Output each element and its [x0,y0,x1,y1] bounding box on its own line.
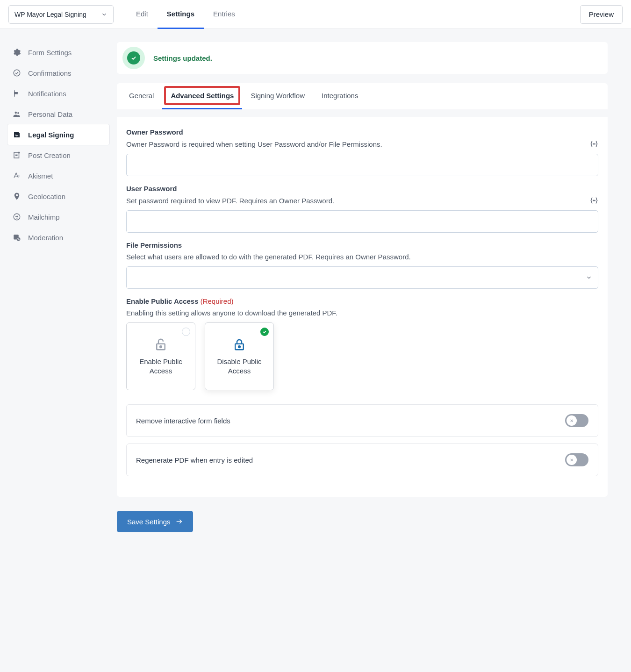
merge-tag-icon[interactable] [590,140,598,148]
svg-point-17 [595,200,595,201]
sidebar-item-akismet[interactable]: Akismet [7,165,109,186]
sidebar-item-label: Form Settings [28,49,72,57]
form-selector[interactable]: WP Mayor Legal Signing [8,5,114,24]
toggle-label: Regenerate PDF when entry is edited [136,456,253,464]
toggle-row-remove-fields: Remove interactive form fields [126,404,598,437]
svg-point-1 [15,112,17,114]
sub-tab-general[interactable]: General [121,83,162,109]
post-icon [12,150,22,160]
svg-point-21 [238,346,240,348]
file-permissions-label: File Permissions [126,241,598,249]
flag-icon [12,89,22,98]
svg-point-16 [593,200,594,201]
toggle-label: Remove interactive form fields [136,417,230,425]
save-settings-button[interactable]: Save Settings [117,511,193,532]
required-badge: (Required) [201,297,234,305]
sidebar-item-post-creation[interactable]: Post Creation [7,145,109,165]
sub-tab-integrations[interactable]: Integrations [313,83,366,109]
sidebar-item-label: Mailchimp [28,213,60,221]
tab-entries[interactable]: Entries [204,0,244,29]
notice-text: Settings updated. [153,54,212,62]
toggle-remove-fields[interactable] [565,414,588,427]
svg-point-0 [14,70,20,76]
people-icon [12,109,22,119]
svg-point-9 [16,216,17,217]
sidebar-item-moderation[interactable]: Moderation [7,227,109,248]
owner-password-desc: Owner Password is required when setting … [126,140,382,148]
top-tabs: Edit Settings Entries [127,0,244,29]
svg-point-14 [593,143,594,144]
sidebar-item-label: Notifications [28,90,66,98]
owner-password-label: Owner Password [126,128,598,136]
sidebar-item-mailchimp[interactable]: Mailchimp [7,207,109,227]
svg-point-19 [160,346,162,348]
mailchimp-icon [12,212,22,222]
svg-point-15 [595,143,595,144]
chevron-down-icon [101,11,108,18]
sidebar-item-confirmations[interactable]: Confirmations [7,63,109,83]
svg-point-10 [17,216,18,217]
sub-tab-advanced-settings[interactable]: Advanced Settings [162,83,242,109]
sidebar-item-geolocation[interactable]: Geolocation [7,186,109,207]
success-notice: Settings updated. [117,42,608,74]
lock-closed-icon [232,337,246,351]
settings-sidebar: Form Settings Confirmations Notification… [0,29,117,551]
gear-icon [12,48,22,57]
svg-point-8 [14,214,20,220]
moderation-icon [12,233,22,242]
sidebar-item-label: Moderation [28,234,63,242]
merge-tag-icon[interactable] [590,196,598,205]
sub-tab-signing-workflow[interactable]: Signing Workflow [242,83,313,109]
user-password-label: User Password [126,185,598,193]
sidebar-item-label: Personal Data [28,110,72,118]
svg-point-2 [17,112,19,114]
sidebar-item-label: Post Creation [28,151,71,159]
lock-open-icon [154,337,168,351]
sidebar-item-legal-signing[interactable]: Legal Signing [7,124,109,145]
toggle-regenerate[interactable] [565,453,588,466]
user-password-desc: Set password required to view PDF. Requi… [126,197,334,205]
file-permissions-desc: Select what users are allowed to do with… [126,253,411,261]
sidebar-item-form-settings[interactable]: Form Settings [7,42,109,63]
pin-icon [12,192,22,201]
sidebar-item-notifications[interactable]: Notifications [7,83,109,104]
tab-edit[interactable]: Edit [127,0,158,29]
form-selector-label: WP Mayor Legal Signing [14,11,86,18]
toggle-row-regenerate: Regenerate PDF when entry is edited [126,443,598,476]
preview-button[interactable]: Preview [580,5,623,24]
sidebar-item-label: Akismet [28,172,53,180]
sidebar-item-personal-data[interactable]: Personal Data [7,104,109,124]
akismet-icon [12,171,22,180]
check-icon [122,47,145,69]
chevron-down-icon [586,274,592,281]
card-label: Enable Public Access [131,357,190,375]
public-access-label: Enable Public Access (Required) [126,297,598,305]
sidebar-item-label: Confirmations [28,69,72,77]
user-password-input[interactable] [126,210,598,233]
file-permissions-select[interactable] [126,266,598,289]
owner-password-input[interactable] [126,154,598,176]
sign-icon [12,130,22,139]
sidebar-item-label: Geolocation [28,193,65,200]
radio-unselected-icon [182,328,190,336]
card-label: Disable Public Access [210,357,269,375]
sub-tabs: General Advanced Settings Signing Workfl… [117,83,608,109]
sidebar-item-label: Legal Signing [28,131,74,139]
option-enable-public-access[interactable]: Enable Public Access [126,322,195,390]
tab-settings[interactable]: Settings [158,0,204,29]
radio-selected-icon [260,328,269,336]
save-button-label: Save Settings [127,518,171,526]
arrow-right-icon [175,518,183,525]
check-circle-icon [12,68,22,78]
public-access-desc: Enabling this setting allows anyone to d… [126,309,337,317]
option-disable-public-access[interactable]: Disable Public Access [205,322,274,390]
